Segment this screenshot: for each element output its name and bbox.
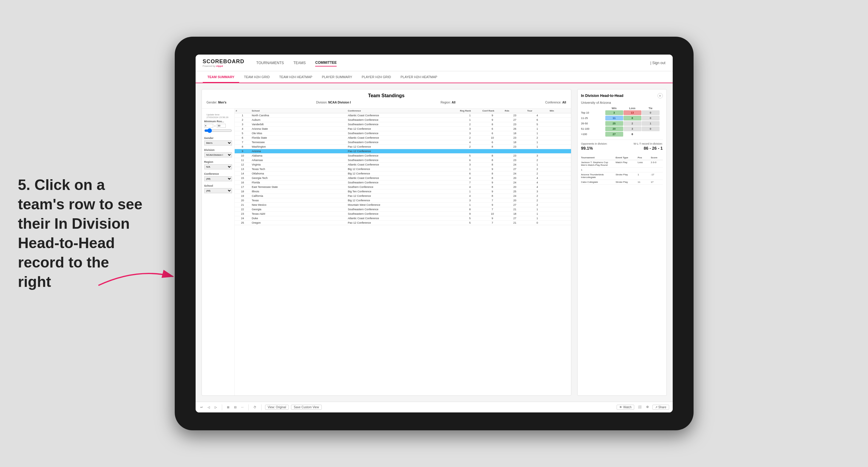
rounds-slider[interactable]: [204, 128, 232, 133]
table-row[interactable]: 20 Texas Big 12 Conference 3 7 20 2: [235, 198, 571, 203]
table-row[interactable]: 12 Virginia Atlantic Coast Conference 3 …: [235, 162, 571, 167]
toolbar-grid2[interactable]: ⊟: [233, 405, 238, 409]
table-row[interactable]: 11 Arkansas Southeastern Conference 6 8 …: [235, 158, 571, 162]
table-row[interactable]: 4 Arizona State Pac-12 Conference 3 6 26…: [235, 127, 571, 131]
cell-conf-rank: 8: [481, 122, 504, 127]
toolbar-icon2[interactable]: ⚙: [645, 405, 650, 410]
table-row[interactable]: 8 Washington Pac-12 Conference 2 8 23 1: [235, 145, 571, 149]
cell-conference: Southeastern Conference: [346, 154, 459, 158]
cell-tour: 1: [526, 212, 548, 216]
table-row[interactable]: 5 Ole Miss Southeastern Conference 3 6 1…: [235, 131, 571, 136]
region-filter-label: Region: [204, 160, 232, 163]
table-row[interactable]: 7 Tennessee Southeastern Conference 4 6 …: [235, 140, 571, 145]
toolbar-sep-3: [261, 404, 261, 410]
table-row[interactable]: 23 Texas A&M Southeastern Conference 9 1…: [235, 212, 571, 216]
sub-nav-team-summary[interactable]: TEAM SUMMARY: [203, 71, 240, 83]
nav-committee[interactable]: COMMITTEE: [315, 59, 337, 66]
toolbar-watch[interactable]: 👁 Watch: [617, 405, 634, 410]
cell-rds: 20: [504, 198, 526, 203]
opponents-label: Opponents in division:: [581, 142, 608, 145]
cell-reg-rank: 6: [459, 172, 481, 176]
cell-conference: Big 12 Conference: [346, 172, 459, 176]
toolbar-clock[interactable]: ⏱: [252, 405, 258, 409]
cell-tour: 2: [526, 167, 548, 172]
table-row[interactable]: 15 Georgia Tech Atlantic Coast Conferenc…: [235, 176, 571, 180]
table-row[interactable]: 2 Auburn Southeastern Conference 1 9 27 …: [235, 118, 571, 122]
toolbar-forward[interactable]: ▷: [214, 405, 218, 409]
toolbar-grid[interactable]: ⊞: [226, 405, 230, 409]
h2h-win-cell: 3: [605, 110, 623, 115]
cell-conf-rank: 8: [481, 176, 504, 180]
table-row[interactable]: 6 Florida State Atlantic Coast Conferenc…: [235, 136, 571, 140]
sub-nav-player-summary[interactable]: PLAYER SUMMARY: [317, 71, 357, 83]
toolbar-undo[interactable]: ↩: [199, 405, 204, 409]
region-select[interactable]: N/A All: [204, 164, 232, 169]
cell-conf-rank: 8: [481, 154, 504, 158]
region-meta: Region: All: [441, 101, 456, 104]
nav-teams[interactable]: TEAMS: [293, 60, 306, 66]
cell-tour: 3: [526, 189, 548, 194]
cell-tour: 6: [526, 118, 548, 122]
cell-reg-rank: 7: [459, 180, 481, 185]
cell-conf-rank: 6: [481, 140, 504, 145]
table-row[interactable]: 22 Georgia Southeastern Conference 8 7 2…: [235, 207, 571, 212]
table-row[interactable]: 13 Texas Tech Big 12 Conference 1 9 27 2: [235, 167, 571, 172]
cell-conf-rank: 8: [481, 194, 504, 198]
cell-conf-rank: 9: [481, 216, 504, 221]
cell-conf-rank: 7: [481, 221, 504, 225]
table-row[interactable]: 17 East Tennessee State Southern Confere…: [235, 185, 571, 189]
table-row[interactable]: 1 North Carolina Atlantic Coast Conferen…: [235, 113, 571, 118]
table-row[interactable]: 10 Alabama Southeastern Conference 5 8 2…: [235, 154, 571, 158]
panel-title: Team Standings: [207, 93, 566, 98]
record-value: 86 - 26 - 1: [644, 146, 663, 151]
sub-nav-team-h2h-heatmap[interactable]: TEAM H2H HEATMAP: [274, 71, 317, 83]
toolbar-dots[interactable]: ···: [240, 405, 245, 409]
tourn-score: 2-3-0: [651, 161, 663, 166]
table-row[interactable]: 9 Arizona Pac-12 Conference: [235, 149, 571, 154]
max-rounds-input[interactable]: [217, 124, 226, 128]
cell-conference: Southeastern Conference: [346, 118, 459, 122]
table-row[interactable]: 14 Oklahoma Big 12 Conference 6 8 24 2: [235, 172, 571, 176]
sub-nav-player-h2h-grid[interactable]: PLAYER H2H GRID: [357, 71, 396, 83]
table-row[interactable]: 25 Oregon Pac-12 Conference 5 7 21 0: [235, 221, 571, 225]
table-row[interactable]: 21 New Mexico Mountain West Conference 1…: [235, 203, 571, 207]
sign-out-link[interactable]: Sign out: [652, 61, 665, 65]
sub-nav-team-h2h-grid[interactable]: TEAM H2H GRID: [239, 71, 274, 83]
table-row[interactable]: 3 Vanderbilt Southeastern Conference 2 8…: [235, 122, 571, 127]
toolbar-view-original[interactable]: View: Original: [265, 405, 289, 410]
toolbar-icon1[interactable]: ⬜: [637, 405, 643, 410]
cell-school: New Mexico: [250, 203, 346, 207]
sub-nav-player-h2h-heatmap[interactable]: PLAYER H2H HEATMAP: [396, 71, 442, 83]
school-select[interactable]: (All) Arizona North Carolina: [204, 188, 232, 193]
cell-school: Texas A&M: [250, 212, 346, 216]
conference-select[interactable]: (All) Atlantic Coast Conference Pac-12 C…: [204, 176, 232, 181]
tournament-header-row: Tournament Event Type Pos Score: [581, 155, 663, 160]
cell-conference: Southeastern Conference: [346, 180, 459, 185]
table-row[interactable]: 24 Duke Atlantic Coast Conference 5 9 27…: [235, 216, 571, 221]
h2h-close-button[interactable]: ×: [657, 93, 663, 98]
cell-school: North Carolina: [250, 113, 346, 118]
division-select[interactable]: NCAA Division I NCAA Division II NCAA Di…: [204, 152, 232, 157]
main-nav: TOURNAMENTS TEAMS COMMITTEE: [256, 59, 650, 66]
table-row[interactable]: 19 California Pac-12 Conference 4 8 24 2: [235, 194, 571, 198]
table-row[interactable]: 18 Illinois Big Ten Conference 1 9 25 3: [235, 189, 571, 194]
cell-rank: 20: [235, 198, 251, 203]
toolbar-save-custom[interactable]: Save Custom View: [291, 405, 321, 410]
table-row[interactable]: 16 Florida Southeastern Conference 7 9 2…: [235, 180, 571, 185]
cell-conf-rank: 8: [481, 172, 504, 176]
cell-rank: 14: [235, 172, 251, 176]
nav-tournaments[interactable]: TOURNAMENTS: [256, 60, 284, 66]
min-rounds-input[interactable]: [204, 124, 213, 128]
cell-rds: 27: [504, 167, 526, 172]
cell-rds: 21: [504, 221, 526, 225]
cell-conference: Southeastern Conference: [346, 207, 459, 212]
h2h-win-cell: 27: [605, 132, 623, 136]
filter-min-rounds-label: Minimum Rou...: [204, 120, 232, 123]
toolbar-share[interactable]: ↗ Share: [652, 405, 669, 410]
gender-select[interactable]: Men's Women's: [204, 141, 232, 146]
cell-school: Virginia: [250, 162, 346, 167]
cell-rank: 7: [235, 140, 251, 145]
cell-reg-rank: 3: [459, 127, 481, 131]
cell-rds: 18: [504, 212, 526, 216]
toolbar-back[interactable]: ◁: [206, 405, 211, 409]
